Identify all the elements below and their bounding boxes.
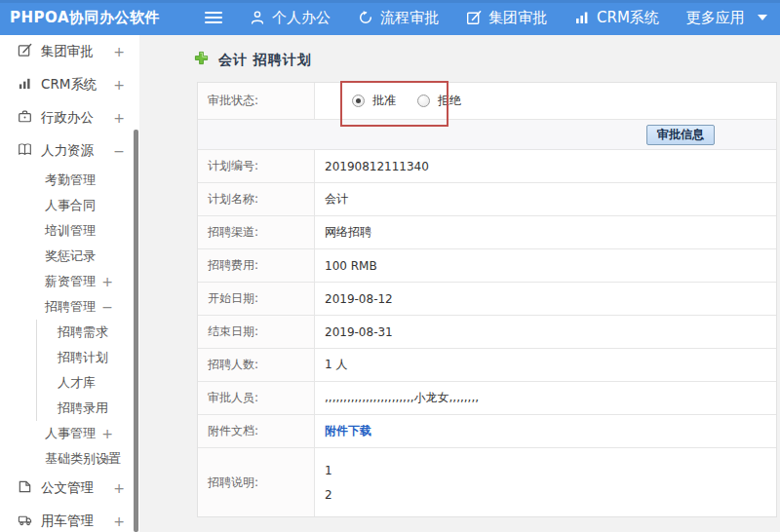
description-value: 1 2 bbox=[315, 448, 776, 516]
table-row: 招聘费用:100 RMB bbox=[198, 249, 776, 283]
recruit-submenu: 招聘需求 招聘计划 人才库 招聘录用 bbox=[36, 320, 139, 421]
approval-info-button[interactable]: 审批信息 bbox=[646, 125, 715, 145]
field-label: 计划编号: bbox=[198, 150, 315, 182]
field-value: 网络招聘 bbox=[315, 216, 776, 248]
add-icon bbox=[194, 51, 209, 69]
sidebar-item-recruit-hire[interactable]: 招聘录用 bbox=[37, 396, 139, 421]
attachment-download-link[interactable]: 附件下载 bbox=[325, 423, 371, 439]
recruit-plan-form: 审批状态: 批准 拒绝 审批信息 计划编号:20190812111340 计划名… bbox=[197, 82, 777, 517]
edit-icon bbox=[466, 10, 482, 25]
field-value: 2019-08-31 bbox=[315, 316, 776, 348]
expand-icon[interactable]: + bbox=[113, 513, 125, 529]
sidebar-item-rewards[interactable]: 奖惩记录 bbox=[0, 244, 139, 269]
book-icon bbox=[18, 142, 32, 160]
radio-approve[interactable] bbox=[352, 95, 365, 107]
field-label: 审批人员: bbox=[198, 382, 315, 414]
expand-icon[interactable]: + bbox=[101, 274, 113, 289]
page-title: 会计 招聘计划 bbox=[194, 51, 312, 69]
field-label: 招聘说明: bbox=[198, 448, 315, 516]
sidebar-item-recruit-mgmt[interactable]: 招聘管理 − bbox=[0, 294, 139, 320]
sidebar-item-attendance[interactable]: 考勤管理 bbox=[0, 168, 139, 193]
table-row: 审批人员:,,,,,,,,,,,,,,,,,,,,,,,,小龙女,,,,,,,, bbox=[198, 382, 776, 415]
field-value: 会计 bbox=[315, 183, 776, 215]
field-label: 招聘渠道: bbox=[198, 216, 315, 248]
approval-options: 批准 拒绝 bbox=[315, 83, 776, 119]
field-label: 计划名称: bbox=[198, 183, 315, 215]
table-row: 计划编号:20190812111340 bbox=[198, 150, 776, 183]
field-value: 20190812111340 bbox=[315, 150, 776, 182]
chart-icon bbox=[574, 10, 590, 25]
expand-icon[interactable]: + bbox=[101, 451, 113, 467]
sidebar-item-salary[interactable]: 薪资管理 + bbox=[0, 269, 139, 294]
sidebar-item-hr[interactable]: 人力资源 − bbox=[0, 134, 139, 168]
field-value: 100 RMB bbox=[315, 249, 776, 282]
app-window: PHPOA协同办公软件 个人办公 流程审批 集团审批 CRM系统 bbox=[0, 0, 780, 532]
field-value: ,,,,,,,,,,,,,,,,,,,,,,,,小龙女,,,,,,,, bbox=[315, 382, 776, 414]
edit-icon bbox=[18, 43, 32, 60]
field-label: 开始日期: bbox=[198, 283, 315, 315]
description-row: 招聘说明: 1 2 bbox=[198, 448, 776, 516]
nav-more-apps[interactable]: 更多应用 bbox=[686, 9, 767, 27]
approval-button-row: 审批信息 bbox=[198, 120, 776, 150]
nav-workflow-approval[interactable]: 流程审批 bbox=[358, 9, 439, 27]
sidebar: 集团审批 + CRM系统 + 行政办公 + 人力资源 − 考勤管理 人事合同 培… bbox=[0, 35, 139, 532]
sidebar-item-training[interactable]: 培训管理 bbox=[0, 218, 139, 244]
nav-personal-office[interactable]: 个人办公 bbox=[250, 9, 331, 27]
expand-icon[interactable]: + bbox=[113, 44, 125, 59]
table-row: 招聘人数:1 人 bbox=[198, 349, 776, 382]
table-row: 开始日期:2019-08-12 bbox=[198, 283, 776, 316]
top-navbar: PHPOA协同办公软件 个人办公 流程审批 集团审批 CRM系统 bbox=[0, 0, 780, 35]
field-label: 审批状态: bbox=[198, 83, 315, 119]
sidebar-item-documents[interactable]: 公文管理 + bbox=[0, 472, 139, 505]
collapse-icon[interactable]: − bbox=[113, 143, 125, 159]
field-label: 结束日期: bbox=[198, 316, 315, 348]
field-label: 附件文档: bbox=[198, 415, 315, 447]
expand-icon[interactable]: + bbox=[101, 426, 113, 441]
field-label: 招聘人数: bbox=[198, 349, 315, 381]
chart-icon bbox=[18, 76, 32, 94]
nav-crm-system[interactable]: CRM系统 bbox=[574, 9, 659, 27]
radio-reject[interactable] bbox=[417, 95, 430, 107]
process-icon bbox=[358, 10, 373, 25]
caret-down-icon bbox=[758, 15, 767, 20]
field-label: 招聘费用: bbox=[198, 249, 315, 282]
sidebar-item-recruit-plan[interactable]: 招聘计划 bbox=[37, 345, 139, 370]
expand-icon[interactable]: + bbox=[113, 110, 125, 126]
sidebar-item-vehicle[interactable]: 用车管理 + bbox=[0, 505, 139, 532]
approval-status-row: 审批状态: 批准 拒绝 bbox=[198, 83, 776, 120]
sidebar-item-recruit-demand[interactable]: 招聘需求 bbox=[37, 320, 139, 345]
document-icon bbox=[18, 479, 32, 497]
expand-icon[interactable]: + bbox=[113, 480, 125, 496]
sidebar-item-admin-office[interactable]: 行政办公 + bbox=[0, 101, 139, 134]
menu-toggle-icon[interactable] bbox=[205, 12, 222, 23]
main-content: 会计 招聘计划 审批状态: 批准 拒绝 审批信息 计划编号:2019081211… bbox=[139, 35, 780, 532]
sidebar-item-talent-pool[interactable]: 人才库 bbox=[37, 370, 139, 396]
sidebar-item-group-approval[interactable]: 集团审批 + bbox=[0, 35, 139, 68]
expand-icon[interactable]: + bbox=[113, 77, 125, 93]
nav-group-approval[interactable]: 集团审批 bbox=[466, 9, 547, 27]
briefcase-icon bbox=[18, 109, 32, 127]
table-row: 招聘渠道:网络招聘 bbox=[198, 216, 776, 249]
sidebar-item-personnel[interactable]: 人事管理 + bbox=[0, 421, 139, 446]
app-logo: PHPOA协同办公软件 bbox=[10, 9, 160, 27]
field-value: 1 人 bbox=[315, 349, 776, 381]
truck-icon bbox=[18, 513, 32, 530]
collapse-icon[interactable]: − bbox=[101, 299, 113, 315]
sidebar-item-crm[interactable]: CRM系统 + bbox=[0, 68, 139, 101]
sidebar-scrollbar[interactable] bbox=[134, 130, 138, 532]
table-row: 计划名称:会计 bbox=[198, 183, 776, 216]
person-icon bbox=[250, 10, 265, 25]
field-value: 2019-08-12 bbox=[315, 283, 776, 315]
sidebar-item-hr-contract[interactable]: 人事合同 bbox=[0, 193, 139, 218]
sidebar-item-base-category[interactable]: 基础类别设置 + bbox=[0, 446, 139, 472]
attachment-row: 附件文档: 附件下载 bbox=[198, 415, 776, 448]
table-row: 结束日期:2019-08-31 bbox=[198, 316, 776, 349]
